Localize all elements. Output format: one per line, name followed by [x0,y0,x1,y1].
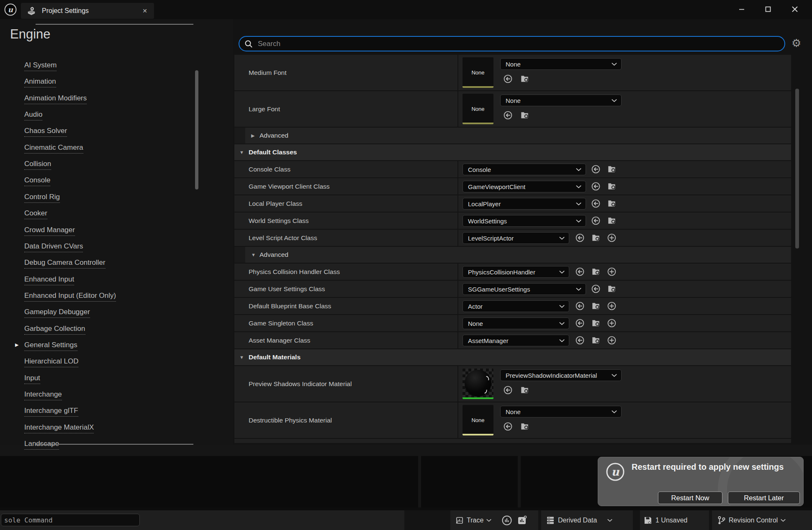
class-dropdown[interactable]: PhysicsCollisionHandler [463,266,569,278]
sidebar-item-crowd-manager[interactable]: Crowd Manager [24,226,75,236]
class-dropdown[interactable]: Console [463,164,586,175]
project-settings-icon [27,6,36,15]
sidebar-item-gameplay-debugger[interactable]: Gameplay Debugger [24,308,90,318]
sidebar-item-landscape[interactable]: Landscape [24,440,59,450]
sidebar-item-console[interactable]: Console [24,176,50,186]
sidebar-item-collision[interactable]: Collision [24,160,51,170]
browse-to-asset-icon[interactable] [520,422,529,431]
sidebar-item-interchange-gltf[interactable]: Interchange glTF [24,407,78,417]
sidebar-item-interchange-materialx[interactable]: Interchange MaterialX [24,423,94,433]
class-dropdown[interactable]: LevelScriptActor [463,232,569,244]
collapse-triangle-icon[interactable]: ▶ [251,128,254,143]
browse-to-asset-icon[interactable] [607,284,617,294]
asset-thumbnail[interactable]: None [463,405,493,435]
panel-scrollbar[interactable] [795,89,799,248]
sidebar-item-control-rig[interactable]: Control Rig [24,193,60,203]
browse-to-asset-icon[interactable] [607,182,617,191]
asset-dropdown[interactable]: None [500,95,622,106]
selected-item-arrow-icon[interactable]: ▶ [15,342,18,348]
browse-to-asset-icon[interactable] [520,385,529,395]
sidebar-item-general-settings[interactable]: General Settings [24,341,77,351]
add-new-class-icon[interactable] [607,335,617,345]
use-selected-asset-icon[interactable] [591,182,601,191]
class-dropdown[interactable]: WorldSettings [463,215,586,227]
sidebar-item-ai-system[interactable]: AI System [24,61,57,71]
search-bar[interactable] [239,36,785,51]
sidebar-item-cooker[interactable]: Cooker [24,209,47,219]
class-dropdown[interactable]: LocalPlayer [463,198,586,210]
sidebar-item-animation-modifiers[interactable]: Animation Modifiers [24,94,87,104]
browse-to-asset-icon[interactable] [591,301,601,311]
sidebar-item-input[interactable]: Input [24,374,40,384]
use-selected-asset-icon[interactable] [503,74,513,84]
use-selected-asset-icon[interactable] [575,267,585,277]
derived-data-menu[interactable]: Derived Data [546,516,612,525]
collapse-triangle-icon[interactable]: ▼ [239,349,244,365]
sidebar-item-cinematic-camera[interactable]: Cinematic Camera [24,143,83,154]
use-selected-asset-icon[interactable] [503,385,513,395]
expand-triangle-icon[interactable]: ▼ [251,247,256,263]
class-dropdown[interactable]: None [463,317,569,329]
sidebar-item-animation[interactable]: Animation [24,77,56,87]
settings-gear-icon[interactable]: ⚙ [791,38,801,49]
class-dropdown[interactable]: GameViewportClient [463,181,586,192]
add-new-class-icon[interactable] [607,233,617,243]
browse-to-asset-icon[interactable] [591,335,601,345]
class-dropdown[interactable]: Actor [463,300,569,312]
sidebar-item-chaos-solver[interactable]: Chaos Solver [24,127,67,137]
browse-to-asset-icon[interactable] [591,318,601,328]
browse-to-asset-icon[interactable] [520,74,529,84]
tab-close-icon[interactable]: ✕ [141,7,149,15]
asset-dropdown[interactable]: None [500,58,622,70]
asset-thumbnail[interactable]: None [463,94,493,124]
unsaved-changes-button[interactable]: 1 Unsaved [643,516,691,525]
use-selected-asset-icon[interactable] [575,301,585,311]
use-selected-asset-icon[interactable] [591,284,601,294]
add-new-class-icon[interactable] [607,318,617,328]
class-dropdown[interactable]: AssetManager [463,335,569,346]
insights-session-button[interactable] [501,515,512,526]
asset-dropdown[interactable]: PreviewShadowIndicatorMaterial [500,369,622,381]
window-maximize-button[interactable] [761,3,775,16]
sidebar-item-enhanced-input[interactable]: Enhanced Input [24,275,74,285]
window-close-button[interactable] [788,3,802,16]
browse-to-asset-icon[interactable] [520,110,529,120]
sidebar-item-debug-camera-controller[interactable]: Debug Camera Controller [24,259,105,269]
add-new-class-icon[interactable] [607,301,617,311]
use-selected-asset-icon[interactable] [503,110,513,120]
collapse-triangle-icon[interactable]: ▼ [239,144,244,160]
sidebar-item-hierarchical-lod[interactable]: Hierarchical LOD [24,357,78,367]
trace-menu[interactable]: Trace [455,516,491,525]
asset-thumbnail[interactable] [463,369,493,399]
sidebar-item-garbage-collection[interactable]: Garbage Collection [24,325,85,335]
use-selected-asset-icon[interactable] [575,318,585,328]
console-command-input[interactable] [1,514,140,526]
browse-to-asset-icon[interactable] [591,267,601,277]
use-selected-asset-icon[interactable] [575,335,585,345]
window-minimize-button[interactable] [735,3,749,16]
use-selected-asset-icon[interactable] [591,216,601,225]
sidebar-item-enhanced-input-editor-only-[interactable]: Enhanced Input (Editor Only) [24,292,116,302]
browse-to-asset-icon[interactable] [591,233,601,243]
class-dropdown[interactable]: SGGameUserSettings [463,283,586,295]
sidebar-scrollbar[interactable] [195,70,198,189]
sidebar-item-interchange[interactable]: Interchange [24,390,62,400]
asset-dropdown[interactable]: None [500,406,622,417]
use-selected-asset-icon[interactable] [575,233,585,243]
use-selected-asset-icon[interactable] [591,164,601,174]
browse-to-asset-icon[interactable] [607,164,617,174]
use-selected-asset-icon[interactable] [591,199,601,208]
revision-control-menu[interactable]: Revision Control [717,516,786,525]
add-new-class-icon[interactable] [607,267,617,277]
restart-later-button[interactable]: Restart Later [728,492,800,504]
sidebar-item-data-driven-cvars[interactable]: Data Driven CVars [24,242,83,252]
trace-snapshot-button[interactable] [516,515,527,526]
browse-to-asset-icon[interactable] [607,199,617,208]
search-input[interactable] [257,39,784,49]
tab-project-settings[interactable]: Project Settings ✕ [21,3,154,19]
browse-to-asset-icon[interactable] [607,216,617,225]
sidebar-item-audio[interactable]: Audio [24,110,42,120]
asset-thumbnail[interactable]: None [463,57,493,88]
restart-now-button[interactable]: Restart Now [658,492,722,504]
use-selected-asset-icon[interactable] [503,422,513,431]
